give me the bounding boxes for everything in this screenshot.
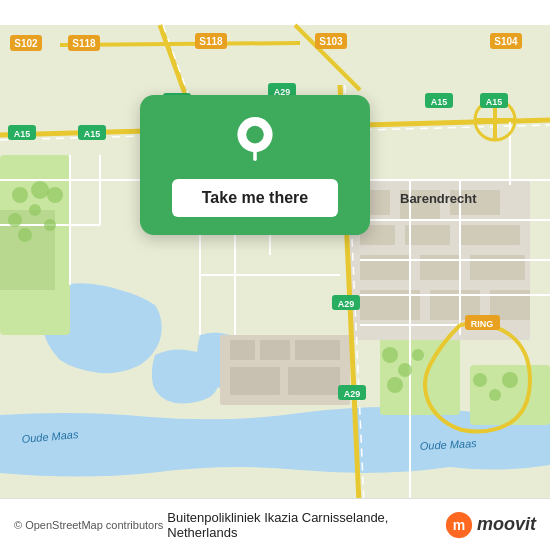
svg-point-67 (489, 389, 501, 401)
svg-rect-21 (295, 340, 340, 360)
svg-text:A15: A15 (486, 97, 503, 107)
svg-point-62 (382, 347, 398, 363)
svg-rect-14 (470, 255, 525, 280)
svg-text:S118: S118 (199, 36, 223, 47)
svg-rect-11 (460, 225, 520, 245)
location-pin-icon (233, 117, 277, 161)
svg-text:A15: A15 (84, 129, 101, 139)
moovit-logo: m moovit (445, 511, 536, 539)
bottom-bar: © OpenStreetMap contributors Buitenpolik… (0, 498, 550, 550)
map-background: S102 S118 S118 S103 S104 A15 A15 A15 A15… (0, 0, 550, 550)
svg-text:A15: A15 (431, 97, 448, 107)
svg-point-55 (12, 187, 28, 203)
svg-point-68 (502, 372, 518, 388)
svg-text:m: m (453, 517, 465, 533)
svg-point-57 (8, 213, 22, 227)
svg-point-59 (18, 228, 32, 242)
svg-rect-12 (360, 255, 410, 280)
svg-rect-13 (420, 255, 460, 280)
svg-point-66 (473, 373, 487, 387)
moovit-icon: m (445, 511, 473, 539)
svg-text:RING: RING (471, 319, 494, 329)
svg-text:S104: S104 (494, 36, 518, 47)
svg-text:S103: S103 (319, 36, 343, 47)
svg-rect-10 (405, 225, 450, 245)
navigation-card: Take me there (140, 95, 370, 235)
svg-text:Barendrecht: Barendrecht (400, 191, 477, 206)
svg-point-63 (398, 363, 412, 377)
svg-point-61 (47, 187, 63, 203)
svg-point-65 (387, 377, 403, 393)
location-label: Buitenpolikliniek Ikazia Carnisselande, … (163, 510, 445, 540)
svg-point-103 (246, 126, 264, 144)
svg-text:A29: A29 (344, 389, 361, 399)
map-container: S102 S118 S118 S103 S104 A15 A15 A15 A15… (0, 0, 550, 550)
svg-point-58 (31, 181, 49, 199)
svg-text:A29: A29 (338, 299, 355, 309)
svg-rect-19 (230, 340, 255, 360)
svg-point-60 (44, 219, 56, 231)
svg-point-64 (412, 349, 424, 361)
svg-text:A15: A15 (14, 129, 31, 139)
svg-rect-23 (288, 367, 340, 395)
svg-point-56 (29, 204, 41, 216)
moovit-brand-text: moovit (477, 514, 536, 535)
svg-text:S118: S118 (72, 38, 96, 49)
svg-rect-22 (230, 367, 280, 395)
svg-text:S102: S102 (14, 38, 38, 49)
svg-rect-20 (260, 340, 290, 360)
take-me-there-button[interactable]: Take me there (172, 179, 338, 217)
copyright-text: © OpenStreetMap contributors (14, 519, 163, 531)
